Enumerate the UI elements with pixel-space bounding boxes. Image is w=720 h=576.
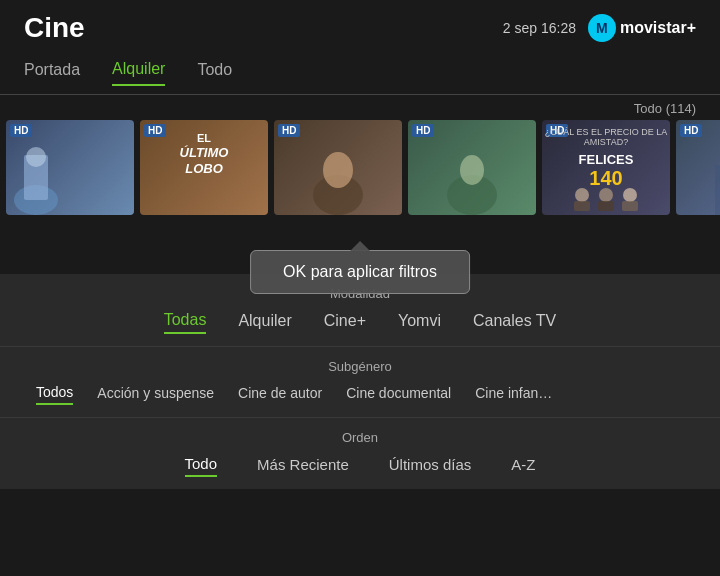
header: Cine 2 sep 16:28 M movistar+ bbox=[0, 0, 720, 52]
filter-subgenero-options: Todos Acción y suspense Cine de autor Ci… bbox=[24, 384, 696, 405]
movistar-brand: movistar+ bbox=[620, 19, 696, 37]
filter-panel: Modalidad Todas Alquiler Cine+ Yomvi Can… bbox=[0, 274, 720, 489]
datetime: 2 sep 16:28 bbox=[503, 20, 576, 36]
filter-option-infantil[interactable]: Cine infan… bbox=[475, 385, 552, 404]
filter-orden: Orden Todo Más Reciente Últimos días A-Z bbox=[0, 418, 720, 489]
nav-tabs: Portada Alquiler Todo bbox=[0, 52, 720, 95]
hd-badge: HD bbox=[278, 124, 300, 137]
svg-point-7 bbox=[575, 188, 589, 202]
svg-point-9 bbox=[599, 188, 613, 202]
hd-badge: HD bbox=[412, 124, 434, 137]
tab-todo[interactable]: Todo bbox=[197, 61, 232, 85]
filter-option-autor[interactable]: Cine de autor bbox=[238, 385, 322, 404]
header-right: 2 sep 16:28 M movistar+ bbox=[503, 14, 696, 42]
svg-rect-8 bbox=[574, 201, 590, 211]
filter-orden-label: Orden bbox=[24, 430, 696, 445]
tooltip-text: OK para aplicar filtros bbox=[283, 263, 437, 280]
filter-option-todo[interactable]: Todo bbox=[185, 455, 218, 477]
filter-orden-options: Todo Más Reciente Últimos días A-Z bbox=[24, 455, 696, 477]
filter-option-ultimos-dias[interactable]: Últimos días bbox=[389, 456, 472, 476]
movie-thumb[interactable]: HD EL ÚLTIMO LOBO bbox=[140, 120, 268, 215]
filter-option-mas-reciente[interactable]: Más Reciente bbox=[257, 456, 349, 476]
movistar-badge: M movistar+ bbox=[588, 14, 696, 42]
movies-row: HD HD EL ÚLTIMO LOBO HD bbox=[0, 120, 720, 220]
svg-point-6 bbox=[460, 155, 484, 185]
svg-point-4 bbox=[323, 152, 353, 188]
page-title: Cine bbox=[24, 12, 85, 44]
filter-option-accion[interactable]: Acción y suspense bbox=[97, 385, 214, 404]
filter-option-canales-tv[interactable]: Canales TV bbox=[473, 312, 556, 333]
filter-option-todos[interactable]: Todos bbox=[36, 384, 73, 405]
filter-option-todas[interactable]: Todas bbox=[164, 311, 207, 334]
tab-portada[interactable]: Portada bbox=[24, 61, 80, 85]
svg-rect-13 bbox=[715, 165, 720, 215]
filter-subgenero-label: Subgénero bbox=[24, 359, 696, 374]
svg-rect-10 bbox=[598, 201, 614, 211]
movie-thumb[interactable]: HD bbox=[274, 120, 402, 215]
movie-thumb[interactable]: HD ¿CUÁL ES EL PRECIO DE LA AMISTAD? FEL… bbox=[542, 120, 670, 215]
hd-badge: HD bbox=[680, 124, 702, 137]
filter-option-yomvi[interactable]: Yomvi bbox=[398, 312, 441, 333]
movistar-logo-icon: M bbox=[588, 14, 616, 42]
movie-thumb[interactable]: HD bbox=[6, 120, 134, 215]
movie-thumb[interactable]: HD bbox=[676, 120, 720, 215]
filter-option-cineplus[interactable]: Cine+ bbox=[324, 312, 366, 333]
todo-count: Todo (114) bbox=[0, 95, 720, 120]
tab-alquiler[interactable]: Alquiler bbox=[112, 60, 165, 86]
svg-rect-12 bbox=[622, 201, 638, 211]
tooltip-box: OK para aplicar filtros bbox=[250, 250, 470, 294]
movie-thumb[interactable]: HD bbox=[408, 120, 536, 215]
filter-option-alquiler[interactable]: Alquiler bbox=[238, 312, 291, 333]
hd-badge: HD bbox=[10, 124, 32, 137]
filter-option-az[interactable]: A-Z bbox=[511, 456, 535, 476]
svg-point-11 bbox=[623, 188, 637, 202]
filter-subgenero: Subgénero Todos Acción y suspense Cine d… bbox=[0, 347, 720, 418]
svg-point-2 bbox=[26, 147, 46, 167]
content-area: Todo (114) HD HD EL ÚLTIMO LOBO bbox=[0, 95, 720, 220]
filter-modalidad-options: Todas Alquiler Cine+ Yomvi Canales TV bbox=[24, 311, 696, 334]
tooltip-container: OK para aplicar filtros bbox=[250, 250, 470, 294]
filter-option-documental[interactable]: Cine documental bbox=[346, 385, 451, 404]
